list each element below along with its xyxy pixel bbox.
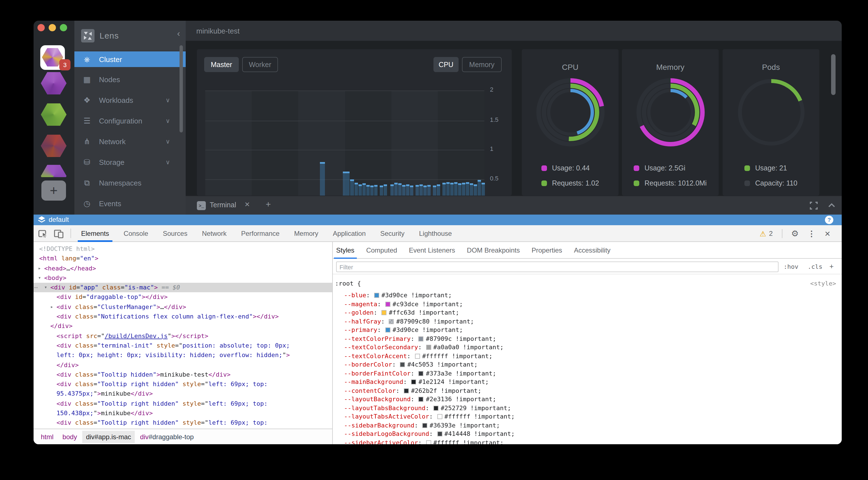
css-property[interactable]: --textColorSecondary: #a0a0a0 !important… (333, 343, 842, 352)
css-property[interactable]: --borderColor: #4c5053 !important; (333, 361, 842, 369)
css-property[interactable]: --golden: #ffc63d !important; (333, 308, 842, 317)
css-property[interactable]: --magenta: #c93dce !important; (333, 300, 842, 308)
terminal-close-icon[interactable]: ✕ (244, 201, 250, 208)
color-swatch[interactable] (418, 397, 424, 402)
sidebar-collapse-icon[interactable]: ‹ (177, 29, 180, 39)
sidebar-item-nodes[interactable]: ▦Nodes (74, 71, 186, 88)
sidebar-item-workloads[interactable]: ❖Workloads∨ (74, 92, 186, 108)
styles-tab-styles[interactable]: Styles (336, 242, 354, 259)
dom-tree-node[interactable]: 150.438px;">minikube</div> (34, 409, 332, 418)
devtools-tab-security[interactable]: Security (380, 225, 405, 242)
dom-tree-node[interactable]: <div class="Tooltip hidden">minikube-tes… (34, 370, 332, 380)
node-toggle-worker[interactable]: Worker (242, 57, 278, 72)
styles-tab-properties[interactable]: Properties (532, 242, 562, 259)
devtools-tab-network[interactable]: Network (202, 225, 226, 242)
sidebar-item-storage[interactable]: ⛁Storage∨ (74, 154, 186, 170)
device-toolbar-icon[interactable] (54, 228, 64, 239)
minimize-window-button[interactable] (49, 24, 56, 31)
breadcrumb-item[interactable]: div#app.is-mac (82, 431, 135, 443)
color-swatch[interactable] (381, 310, 386, 315)
close-window-button[interactable] (37, 24, 45, 31)
sidebar-item-cluster[interactable]: ⎈Cluster (74, 52, 186, 67)
dashboard-scrollbar[interactable] (831, 54, 836, 95)
color-swatch[interactable] (418, 371, 424, 376)
dom-tree-node[interactable]: <div class="Tooltip right hidden" style=… (34, 418, 332, 428)
css-property[interactable]: --sidebarBackground: #36393e !important; (333, 421, 842, 430)
cluster-icon-cluster-3[interactable] (41, 103, 67, 126)
cluster-icon-cluster-5[interactable] (41, 165, 67, 177)
color-swatch[interactable] (415, 353, 420, 358)
color-swatch[interactable] (411, 379, 416, 384)
dom-tree-node[interactable]: </div> (34, 321, 332, 331)
metric-toggle-memory[interactable]: Memory (462, 57, 502, 72)
color-swatch[interactable] (400, 362, 405, 367)
color-swatch[interactable] (385, 328, 391, 333)
dom-tree-node[interactable]: <html lang="en"> (34, 254, 332, 264)
styles-tab-computed[interactable]: Computed (366, 242, 397, 259)
color-swatch[interactable] (422, 423, 427, 428)
sidebar-item-network[interactable]: ⋔Network∨ (74, 133, 186, 150)
node-toggle-master[interactable]: Master (204, 57, 239, 72)
devtools-close-icon[interactable]: ✕ (825, 229, 831, 238)
new-style-rule-button[interactable]: + (829, 262, 834, 270)
color-swatch[interactable] (437, 414, 442, 419)
css-property[interactable]: --textColorPrimary: #87909c !important; (333, 335, 842, 343)
cluster-icon-cluster-4[interactable] (41, 135, 67, 157)
breadcrumb-item[interactable]: html (37, 431, 57, 443)
dom-tree-node[interactable]: <div class="Tooltip right hidden" style=… (34, 399, 332, 409)
css-property[interactable]: --sidebarActiveColor: #ffffff !important… (333, 438, 842, 444)
css-property[interactable]: --layoutTabsBackground: #252729 !importa… (333, 404, 842, 412)
color-swatch[interactable] (418, 336, 424, 341)
cluster-icon-cluster-2[interactable] (41, 72, 67, 95)
styles-filter-input[interactable] (336, 262, 778, 272)
color-swatch[interactable] (374, 293, 379, 298)
terminal-add-icon[interactable]: + (266, 200, 271, 210)
devtools-tab-lighthouse[interactable]: Lighthouse (419, 225, 452, 242)
css-property[interactable]: --blue: #3d90ce !important; (333, 291, 842, 300)
dom-tree-node[interactable]: left: 0px; height: 0px; visibility: hidd… (34, 351, 332, 361)
dom-tree-node[interactable]: <div class="Notifications flex column al… (34, 312, 332, 321)
breadcrumb-item[interactable]: div#draggable-top (136, 431, 198, 443)
dock-expand-chevron-icon[interactable] (828, 202, 836, 208)
terminal-tab[interactable]: Terminal (210, 201, 236, 209)
css-property[interactable]: --halfGray: #87909c80 !important; (333, 317, 842, 326)
css-property[interactable]: --primary: #3d90ce !important; (333, 326, 842, 335)
help-icon[interactable]: ? (825, 216, 833, 224)
toggle-hover-state-button[interactable]: :hov (783, 263, 798, 270)
settings-gear-icon[interactable]: ⚙ (791, 229, 799, 239)
styles-tab-dom-breakpoints[interactable]: DOM Breakpoints (467, 242, 520, 259)
styles-tab-event-listeners[interactable]: Event Listeners (409, 242, 455, 259)
dom-tree-node[interactable]: ▸<div class="ClusterManager">…</div> (34, 302, 332, 312)
sidebar-item-events[interactable]: ◷Events (74, 195, 186, 212)
dom-tree-node[interactable]: </div> (34, 360, 332, 370)
zoom-window-button[interactable] (60, 24, 67, 31)
color-swatch[interactable] (389, 319, 394, 324)
css-property[interactable]: --borderFaintColor: #373a3e !important; (333, 369, 842, 378)
dom-tree-node[interactable]: ▸<head>…</head> (34, 264, 332, 273)
css-property[interactable]: --mainBackground: #1e2124 !important; (333, 378, 842, 386)
dom-tree-node[interactable]: 95.4375px;">minikube</div> (34, 389, 332, 399)
expand-arrow-icon[interactable]: ▾ (44, 283, 47, 293)
expand-arrow-icon[interactable]: ▸ (50, 302, 54, 312)
color-swatch[interactable] (426, 345, 431, 350)
css-property[interactable]: --sidebarLogoBackground: #414448 !import… (333, 430, 842, 438)
devtools-tab-memory[interactable]: Memory (294, 225, 318, 242)
breadcrumb-item[interactable]: body (58, 431, 81, 443)
dock-fullscreen-icon[interactable] (810, 202, 818, 210)
add-cluster-button[interactable]: + (41, 180, 66, 201)
devtools-tab-elements[interactable]: Elements (81, 225, 109, 242)
inspect-element-icon[interactable] (38, 228, 49, 239)
color-swatch[interactable] (404, 388, 409, 393)
devtools-tab-console[interactable]: Console (124, 225, 148, 242)
color-swatch[interactable] (426, 440, 431, 444)
color-swatch[interactable] (437, 432, 442, 437)
css-property[interactable]: --layoutBackground: #2e3136 !important; (333, 395, 842, 404)
dom-tree-node[interactable]: ⋯▾<div id="app" class="is-mac"> == $0 (34, 283, 332, 293)
css-property[interactable]: --textColorAccent: #ffffff !important; (333, 352, 842, 361)
dom-tree-node[interactable]: <div class="terminal-init" style="positi… (34, 341, 332, 351)
more-options-icon[interactable]: ⋮ (808, 229, 815, 238)
color-swatch[interactable] (433, 405, 438, 410)
devtools-tab-application[interactable]: Application (333, 225, 366, 242)
toggle-class-button[interactable]: .cls (808, 263, 823, 270)
sidebar-item-configuration[interactable]: ☰Configuration∨ (74, 112, 186, 129)
